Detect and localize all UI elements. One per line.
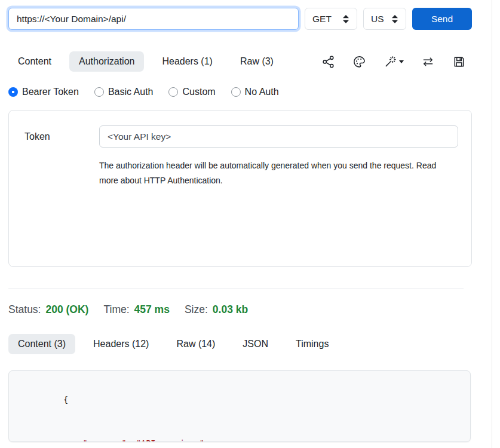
resp-tab-headers[interactable]: Headers (12) <box>84 334 158 354</box>
region-select-value: US <box>371 14 384 24</box>
radio-label: No Auth <box>245 87 279 97</box>
updown-arrows-icon <box>391 14 398 24</box>
radio-no-auth[interactable]: No Auth <box>231 87 279 97</box>
send-button[interactable]: Send <box>412 8 472 30</box>
palette-icon[interactable] <box>352 55 366 69</box>
code-key: "message" <box>83 438 127 442</box>
method-select[interactable]: GET <box>305 8 357 30</box>
code-line: "message": "API running." <box>24 422 470 443</box>
radio-unselected-icon <box>231 87 241 97</box>
code-line: { <box>24 378 470 422</box>
scrollbar-track[interactable] <box>492 0 492 448</box>
section-divider <box>8 288 464 289</box>
status-value: 200 (OK) <box>45 303 88 316</box>
token-row: Token <box>24 125 458 148</box>
url-input[interactable] <box>8 8 299 30</box>
radio-label: Basic Auth <box>108 87 154 97</box>
save-icon[interactable] <box>452 55 466 69</box>
radio-label: Bearer Token <box>22 87 79 97</box>
request-bar: GET US Send <box>8 8 472 30</box>
status-label: Status: <box>8 303 41 316</box>
tab-headers[interactable]: Headers (1) <box>152 51 222 72</box>
resp-tab-json[interactable]: JSON <box>233 334 278 354</box>
response-tabs: Content (3) Headers (12) Raw (14) JSON T… <box>8 334 472 354</box>
auth-options: Bearer Token Basic Auth Custom No Auth <box>8 87 472 97</box>
response-status: Status: 200 (OK) Time: 457 ms Size: 0.03… <box>8 303 472 316</box>
method-select-value: GET <box>312 14 332 24</box>
resp-tab-content[interactable]: Content (3) <box>8 334 75 354</box>
token-help-text: The authorization header will be automat… <box>99 158 458 188</box>
code-brace: { <box>63 395 68 404</box>
radio-unselected-icon <box>94 87 104 97</box>
size-label: Size: <box>185 303 208 316</box>
code-value: "API running." <box>136 438 204 442</box>
main-content: GET US Send Content Authorization Header… <box>8 8 472 442</box>
time-group: Time: 457 ms <box>103 303 169 316</box>
resp-tab-raw[interactable]: Raw (14) <box>167 334 225 354</box>
region-select[interactable]: US <box>363 8 406 30</box>
size-value: 0.03 kb <box>213 303 248 316</box>
radio-basic-auth[interactable]: Basic Auth <box>94 87 154 97</box>
code-indent <box>63 438 83 442</box>
radio-unselected-icon <box>168 87 178 97</box>
radio-custom[interactable]: Custom <box>168 87 215 97</box>
radio-label: Custom <box>182 87 215 97</box>
token-panel: Token The authorization header will be a… <box>8 110 472 267</box>
magic-wand-icon <box>384 55 397 69</box>
time-value: 457 ms <box>134 303 170 316</box>
chevron-down-icon <box>399 60 404 63</box>
status-group: Status: 200 (OK) <box>8 303 88 316</box>
share-icon[interactable] <box>321 55 335 69</box>
tab-content[interactable]: Content <box>8 51 61 72</box>
code-colon: : <box>127 438 136 442</box>
swap-arrows-icon[interactable] <box>421 55 435 69</box>
toolbar-icons <box>321 55 472 69</box>
tab-raw[interactable]: Raw (3) <box>231 51 283 72</box>
token-input[interactable] <box>99 125 458 148</box>
radio-selected-icon <box>8 87 18 97</box>
token-label: Token <box>24 131 99 142</box>
request-tabs: Content Authorization Headers (1) Raw (3… <box>8 51 472 72</box>
radio-bearer-token[interactable]: Bearer Token <box>8 87 79 97</box>
tab-authorization[interactable]: Authorization <box>69 51 144 72</box>
api-client-page: GET US Send Content Authorization Header… <box>0 0 500 448</box>
response-body: { "message": "API running." } <box>8 370 471 442</box>
time-label: Time: <box>103 303 129 316</box>
updown-arrows-icon <box>342 14 349 24</box>
magic-wand-dropdown-icon[interactable] <box>384 55 404 69</box>
resp-tab-timings[interactable]: Timings <box>286 334 338 354</box>
size-group: Size: 0.03 kb <box>185 303 248 316</box>
